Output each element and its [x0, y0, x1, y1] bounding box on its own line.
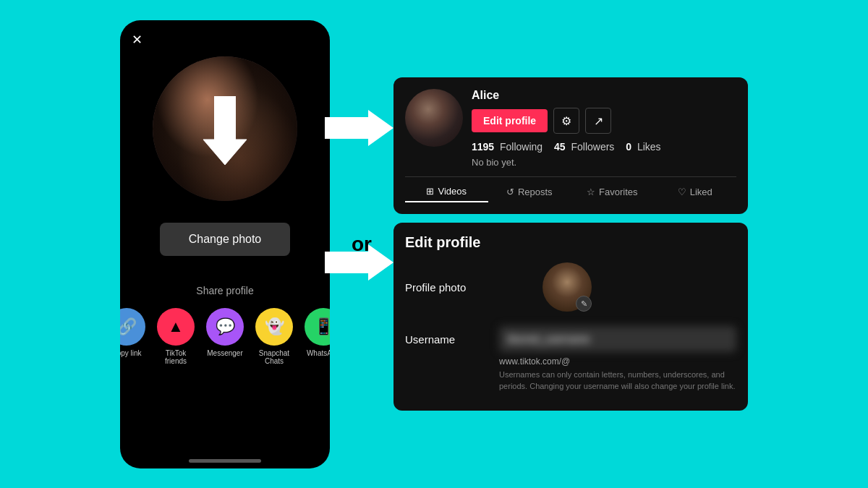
- snapchat-icon: 👻: [255, 308, 293, 346]
- username-note: Usernames can only contain letters, numb…: [499, 369, 736, 392]
- tiktok-friends-icon: ▲: [157, 308, 195, 346]
- favorites-tab-label: Favorites: [599, 187, 637, 197]
- likes-label: Likes: [637, 141, 661, 153]
- edit-profile-panel: Edit profile Profile photo ✎ Username ww…: [393, 223, 748, 411]
- close-button[interactable]: ✕: [132, 32, 142, 48]
- favorites-tab-icon: ☆: [587, 187, 595, 197]
- profile-actions: Edit profile ⚙ ↗: [472, 108, 736, 134]
- share-snapchat[interactable]: 👻 Snapchat Chats: [255, 308, 293, 365]
- followers-stat: 45 Followers: [554, 141, 614, 153]
- tab-reposts[interactable]: ↺ Reposts: [488, 186, 571, 202]
- edit-profile-wrapper: Edit profile Profile photo ✎ Username ww…: [393, 223, 748, 411]
- copy-link-label: Copy link: [120, 349, 142, 357]
- right-panels: Alice Edit profile ⚙ ↗ 1195 Following 45: [393, 77, 748, 411]
- profile-photo-avatar[interactable]: ✎: [542, 262, 592, 312]
- share-whatsapp[interactable]: 📱 WhatsApp: [305, 308, 330, 365]
- svg-marker-2: [325, 110, 393, 146]
- avatar-area: [120, 20, 330, 201]
- messenger-label: Messenger: [207, 349, 242, 357]
- profile-info: Alice Edit profile ⚙ ↗ 1195 Following 45: [472, 89, 736, 176]
- followers-count: 45: [554, 141, 566, 153]
- likes-stat: 0 Likes: [626, 141, 660, 153]
- settings-button[interactable]: ⚙: [553, 108, 579, 134]
- tab-favorites[interactable]: ☆ Favorites: [571, 186, 654, 202]
- tiktok-profile-wrapper: Alice Edit profile ⚙ ↗ 1195 Following 45: [393, 77, 748, 214]
- stats-row: 1195 Following 45 Followers 0 Likes: [472, 141, 736, 153]
- tiktok-friends-label: TikTok friends: [157, 349, 195, 365]
- edit-profile-title: Edit profile: [405, 234, 736, 251]
- tab-videos[interactable]: ⊞ Videos: [405, 186, 488, 202]
- profile-avatar: [405, 89, 463, 147]
- share-profile-label: Share profile: [196, 285, 253, 296]
- edit-profile-button[interactable]: Edit profile: [472, 109, 548, 132]
- tab-liked[interactable]: ♡ Liked: [654, 186, 737, 202]
- home-indicator: [189, 459, 261, 463]
- copy-link-icon: 🔗: [120, 308, 145, 346]
- profile-username: Alice: [472, 89, 736, 102]
- liked-tab-icon: ♡: [678, 187, 686, 197]
- following-label: Following: [500, 141, 542, 153]
- whatsapp-label: WhatsApp: [307, 349, 330, 357]
- username-section: Username www.tiktok.com/@ Usernames can …: [405, 326, 736, 392]
- username-label: Username: [405, 326, 499, 346]
- tiktok-url-prefix: www.tiktok.com/@: [499, 356, 736, 367]
- arrow-to-edit-profile-icon: [325, 106, 397, 150]
- following-stat: 1195 Following: [472, 141, 542, 153]
- svg-rect-1: [214, 96, 236, 143]
- tabs-row: ⊞ Videos ↺ Reposts ☆ Favorites ♡ Liked: [405, 176, 736, 202]
- svg-marker-3: [325, 244, 393, 281]
- reposts-tab-icon: ↺: [506, 187, 514, 197]
- avatar-circle[interactable]: [153, 56, 297, 201]
- followers-label: Followers: [571, 141, 614, 153]
- snapchat-label: Snapchat Chats: [255, 349, 293, 365]
- no-bio-text: No bio yet.: [472, 157, 736, 168]
- username-input[interactable]: [499, 326, 736, 352]
- profile-photo-section: Profile photo ✎: [405, 262, 736, 312]
- share-copy-link[interactable]: 🔗 Copy link: [120, 308, 145, 365]
- down-arrow-icon: [192, 89, 258, 168]
- username-hint-area: www.tiktok.com/@ Usernames can only cont…: [499, 356, 736, 392]
- whatsapp-icon: 📱: [305, 308, 330, 346]
- videos-tab-icon: ⊞: [426, 186, 434, 197]
- change-photo-button[interactable]: Change photo: [160, 223, 291, 256]
- messenger-icon: 💬: [206, 308, 244, 346]
- likes-count: 0: [626, 141, 631, 153]
- edit-photo-badge[interactable]: ✎: [576, 296, 592, 312]
- profile-photo-label: Profile photo: [405, 281, 499, 294]
- liked-tab-label: Liked: [690, 187, 712, 197]
- share-tiktok[interactable]: ▲ TikTok friends: [157, 308, 195, 365]
- videos-tab-label: Videos: [438, 186, 467, 197]
- following-count: 1195: [472, 141, 494, 153]
- share-button[interactable]: ↗: [585, 108, 611, 134]
- phone-panel: ✕ Change photo Share profile 🔗 Copy link…: [120, 20, 330, 468]
- reposts-tab-label: Reposts: [518, 187, 553, 197]
- profile-header: Alice Edit profile ⚙ ↗ 1195 Following 45: [405, 89, 736, 176]
- share-icons-row: 🔗 Copy link ▲ TikTok friends 💬 Messenger…: [120, 308, 330, 365]
- share-messenger[interactable]: 💬 Messenger: [206, 308, 244, 365]
- arrow-to-profile-photo-icon: [325, 241, 397, 284]
- tiktok-profile-panel: Alice Edit profile ⚙ ↗ 1195 Following 45: [393, 77, 748, 214]
